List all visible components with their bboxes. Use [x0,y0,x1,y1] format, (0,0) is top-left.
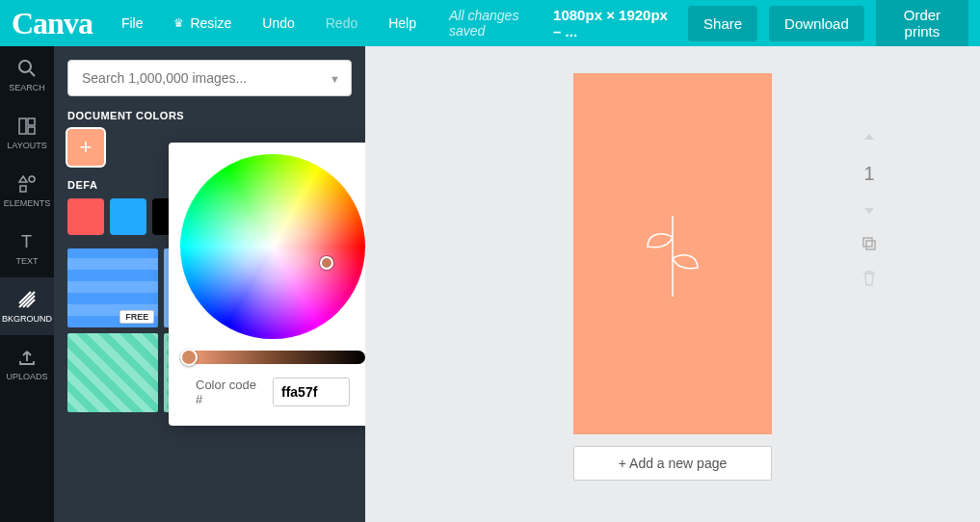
design-canvas[interactable] [573,73,772,434]
color-picker-popover: Color code # [169,143,365,426]
search-input[interactable] [67,60,352,96]
rail-uploads-label: UPLOADS [6,372,47,381]
background-tile[interactable]: FREE [67,248,158,327]
svg-rect-3 [28,118,35,125]
save-status: All changes saved [441,0,545,46]
svg-text:T: T [21,232,32,251]
file-menu[interactable]: File [108,8,157,39]
color-swatch[interactable] [110,198,146,235]
svg-marker-5 [19,176,27,182]
rail-text-label: TEXT [15,256,38,266]
svg-point-0 [19,61,31,72]
resize-menu[interactable]: ♛Resize [160,8,245,39]
brightness-slider[interactable] [180,351,365,364]
rail-layouts-label: LAYOUTS [7,141,46,150]
free-tag: FREE [119,310,154,324]
background-icon [16,289,38,310]
rail-search-label: SEARCH [9,83,45,92]
crown-icon: ♛ [173,16,184,30]
canvas-dimensions[interactable]: 1080px × 1920px – ... [553,7,669,39]
page-number: 1 [863,163,874,185]
svg-rect-7 [20,186,26,192]
rail-elements-label: ELEMENTS [4,198,51,208]
share-button[interactable]: Share [688,6,757,41]
rail-background[interactable]: BKGROUND [0,277,54,335]
add-page-button[interactable]: + Add a new page [573,446,772,481]
svg-rect-14 [863,238,872,247]
page-up-icon[interactable] [859,128,880,149]
color-wheel[interactable] [180,154,365,339]
color-code-label: Color code # [196,378,265,406]
svg-line-10 [19,292,35,307]
uploads-icon [16,347,38,368]
rail-background-label: BKGROUND [2,314,52,324]
chevron-down-icon[interactable]: ▼ [330,73,340,85]
redo-menu[interactable]: Redo [312,8,371,39]
rail-text[interactable]: T TEXT [0,220,54,277]
copy-page-icon[interactable] [859,233,880,254]
rail-search[interactable]: SEARCH [0,46,54,104]
brightness-handle[interactable] [180,349,198,366]
plant-graphic [638,208,707,300]
elements-icon [16,173,38,195]
doc-colors-label: DOCUMENT COLORS [67,110,352,121]
search-icon [16,58,38,79]
color-code-input[interactable] [273,378,350,406]
text-icon: T [16,231,38,252]
rail-elements[interactable]: ELEMENTS [0,162,54,220]
svg-line-1 [30,71,35,76]
color-wheel-handle[interactable] [320,256,333,270]
svg-rect-15 [866,241,875,249]
undo-menu[interactable]: Undo [249,8,307,39]
svg-rect-4 [28,127,35,134]
help-menu[interactable]: Help [375,8,430,39]
add-color-swatch[interactable]: + [67,129,104,166]
rail-layouts[interactable]: LAYOUTS [0,104,54,162]
delete-page-icon[interactable] [859,268,880,289]
resize-label: Resize [190,15,231,31]
order-prints-button[interactable]: Order prints [876,0,968,49]
page-down-icon[interactable] [859,198,880,220]
background-tile[interactable] [67,333,158,412]
download-button[interactable]: Download [769,6,864,41]
color-swatch[interactable] [67,198,104,235]
svg-rect-2 [19,118,26,134]
layouts-icon [16,116,38,137]
rail-uploads[interactable]: UPLOADS [0,335,54,393]
svg-point-6 [29,176,35,182]
canva-logo: Canva [12,6,93,41]
